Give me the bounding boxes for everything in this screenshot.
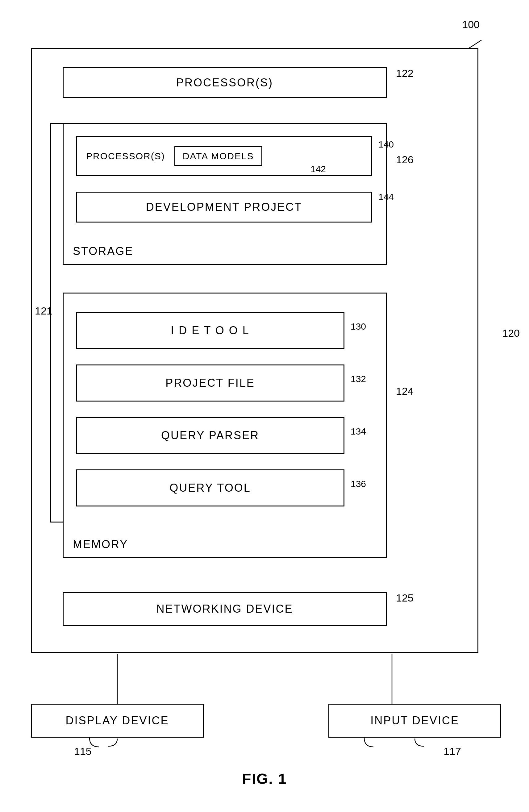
dev-project-label: DEVELOPMENT PROJECT (146, 201, 302, 214)
ref-142: 142 (311, 164, 326, 174)
box-processors-top: PROCESSOR(S) (63, 67, 387, 98)
storage-label: STORAGE (73, 245, 133, 258)
box-processor-datamodels: PROCESSOR(S) DATA MODELS (76, 136, 372, 176)
box-data-models: DATA MODELS (174, 146, 262, 166)
box-120: PROCESSOR(S) 122 PROCESSOR(S) DATA MODEL… (31, 48, 478, 653)
ref-132: 132 (351, 374, 366, 384)
query-parser-label: QUERY PARSER (161, 429, 259, 442)
data-models-label: DATA MODELS (183, 151, 254, 161)
figure-label: FIG. 1 (242, 770, 287, 787)
processors-top-label: PROCESSOR(S) (176, 76, 273, 89)
box-dev-project: DEVELOPMENT PROJECT (76, 192, 372, 222)
box-display-device: DISPLAY DEVICE (31, 704, 204, 738)
processors-storage-label: PROCESSOR(S) (86, 151, 165, 161)
project-file-label: PROJECT FILE (166, 377, 255, 390)
ref-134: 134 (351, 426, 366, 437)
input-device-label: INPUT DEVICE (370, 714, 459, 727)
ide-tool-label: I D E T O O L (171, 324, 250, 337)
bracket-121 (50, 123, 63, 522)
ref-140: 140 (378, 139, 394, 150)
box-storage: PROCESSOR(S) DATA MODELS 140 142 DEVELOP… (63, 123, 387, 265)
box-ide-tool: I D E T O O L (76, 312, 344, 349)
memory-label: MEMORY (73, 538, 128, 551)
box-input-device: INPUT DEVICE (328, 704, 501, 738)
ref-130: 130 (351, 321, 366, 332)
box-query-parser: QUERY PARSER (76, 417, 344, 454)
ref-120: 120 (502, 327, 520, 339)
display-device-label: DISPLAY DEVICE (66, 714, 169, 727)
box-project-file: PROJECT FILE (76, 364, 344, 402)
box-memory: I D E T O O L 130 PROJECT FILE 132 QUERY… (63, 293, 387, 558)
ref-126: 126 (396, 154, 414, 166)
ref-100: 100 (462, 18, 480, 31)
ref-144: 144 (378, 192, 394, 202)
ref-125: 125 (396, 592, 414, 604)
ref-115: 115 (74, 745, 92, 757)
ref-121: 121 (35, 305, 53, 317)
query-tool-label: QUERY TOOL (169, 481, 251, 494)
ref-117: 117 (444, 745, 461, 757)
ref-122: 122 (396, 67, 414, 79)
ref-136: 136 (351, 479, 366, 489)
box-query-tool: QUERY TOOL (76, 469, 344, 506)
networking-device-label: NETWORKING DEVICE (156, 603, 293, 615)
ref-124: 124 (396, 385, 414, 397)
box-networking-device: NETWORKING DEVICE (63, 592, 387, 626)
